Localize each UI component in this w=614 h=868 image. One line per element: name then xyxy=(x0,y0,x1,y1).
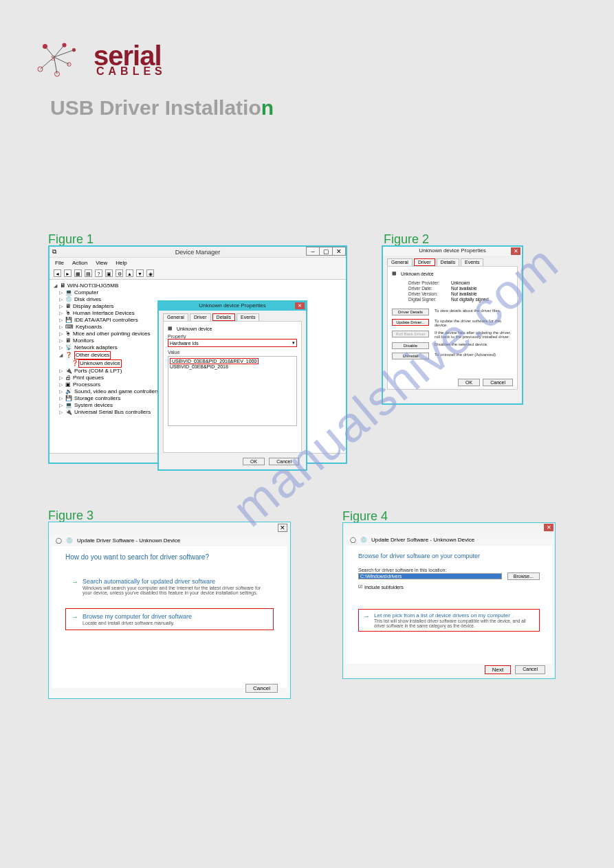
cancel-button[interactable]: Cancel xyxy=(269,458,299,465)
figure-2-label: Figure 2 xyxy=(384,232,429,247)
figure-1-device-manager: ⧉ Device Manager – ▢ ✕ File Action View … xyxy=(48,245,347,464)
tree-item[interactable]: Display adapters xyxy=(73,303,114,310)
close-button[interactable]: ✕ xyxy=(332,247,346,256)
tool-icon[interactable]: ? xyxy=(95,269,102,277)
tree-item[interactable]: Universal Serial Bus controllers xyxy=(74,409,151,416)
tree-item-unknown-device[interactable]: Unknown device xyxy=(78,359,122,368)
property-combo[interactable]: Hardware Ids▾ xyxy=(168,339,297,347)
tab-details[interactable]: Details xyxy=(212,313,235,321)
tree-item[interactable]: System devices xyxy=(74,402,113,409)
cancel-button[interactable]: Cancel xyxy=(515,665,545,674)
minimize-button[interactable]: – xyxy=(306,247,320,256)
disable-button[interactable]: Disable xyxy=(392,342,429,349)
tree-item[interactable]: Monitors xyxy=(73,337,94,344)
tool-icon[interactable]: ▤ xyxy=(85,269,92,277)
close-icon[interactable]: ✕ xyxy=(295,302,305,309)
tree-item[interactable]: Human Interface Devices xyxy=(73,310,135,317)
arrow-icon: → xyxy=(72,613,78,625)
close-icon[interactable]: ✕ xyxy=(544,524,553,531)
tree-item[interactable]: Processors xyxy=(73,381,100,388)
option-auto-search[interactable]: → Search automatically for updated drive… xyxy=(65,573,274,600)
wizard-question: How do you want to search for driver sof… xyxy=(65,553,274,561)
kv-val: Unknown xyxy=(451,280,470,285)
tab-driver[interactable]: Driver xyxy=(190,313,211,321)
menu-file[interactable]: File xyxy=(55,260,64,266)
update-driver-button[interactable]: Update Driver... xyxy=(392,319,429,326)
tool-icon[interactable]: ⚙ xyxy=(116,269,123,277)
path-combo[interactable]: C:\Windows\drivers xyxy=(358,573,502,579)
tree-item-other-devices[interactable]: Other devices xyxy=(74,351,111,359)
value-row[interactable]: USB\VID_03EB&PID_2018 xyxy=(170,364,228,369)
button-desc: Disables the selected device. xyxy=(435,342,513,346)
tree-item[interactable]: Storage controllers xyxy=(74,395,120,402)
close-icon[interactable]: ✕ xyxy=(511,247,520,255)
title-main: USB Driver Installatio xyxy=(50,96,261,119)
tree-item[interactable]: Network adapters xyxy=(74,344,118,351)
dialog-title: Unknown device Properties xyxy=(419,247,485,254)
tree-item[interactable]: Computer xyxy=(74,289,98,296)
maximize-button[interactable]: ▢ xyxy=(319,247,333,256)
title-green: n xyxy=(261,96,274,119)
option-heading: Search automatically for updated driver … xyxy=(83,578,215,585)
menu-view[interactable]: View xyxy=(96,260,107,266)
option-browse[interactable]: → Browse my computer for driver software… xyxy=(65,608,274,630)
option-sub: This list will show installed driver sof… xyxy=(374,619,535,628)
option-heading: Browse my computer for driver software xyxy=(83,613,192,620)
cancel-button[interactable]: Cancel xyxy=(245,684,278,693)
back-icon[interactable]: ◯ xyxy=(56,537,62,544)
figure-2-driver-tab: Unknown device Properties✕ General Drive… xyxy=(382,245,523,405)
brand-line1: serial xyxy=(94,43,166,68)
button-desc: If the device fails after updating the d… xyxy=(435,331,513,339)
tool-icon[interactable]: ▲ xyxy=(126,269,133,277)
menu-help[interactable]: Help xyxy=(116,260,127,266)
button-desc: To uninstall the driver (Advanced). xyxy=(435,353,513,357)
tree-item[interactable]: Mice and other pointing devices xyxy=(73,331,151,337)
unknown-device-properties-dialog: Unknown device Properties✕ General Drive… xyxy=(157,300,307,471)
device-icon: ▦ xyxy=(392,271,397,276)
tab-events[interactable]: Events xyxy=(461,258,483,266)
kv-key: Driver Date: xyxy=(408,286,446,291)
value-row[interactable]: USB\VID_03EB&PID_2018&REV_1000 xyxy=(170,358,259,364)
include-subfolders-checkbox[interactable]: ☑Include subfolders xyxy=(358,584,540,590)
ok-button[interactable]: OK xyxy=(458,379,480,386)
tab-details[interactable]: Details xyxy=(437,258,459,266)
option-pick-from-list[interactable]: → Let me pick from a list of device driv… xyxy=(358,609,540,632)
tool-icon[interactable]: ▼ xyxy=(136,269,144,277)
tab-general[interactable]: General xyxy=(163,313,188,321)
menu-bar: File Action View Help xyxy=(50,258,346,267)
toolbar: ◄ ► ▦ ▤ ? ▣ ⚙ ▲ ▼ ◉ xyxy=(50,267,346,280)
kv-val: Not digitally signed xyxy=(451,297,489,302)
cancel-button[interactable]: Cancel xyxy=(483,379,513,386)
tree-item[interactable]: IDE ATA/ATAPI controllers xyxy=(74,317,138,324)
tool-icon[interactable]: ◉ xyxy=(146,269,154,277)
tool-back-icon[interactable]: ◄ xyxy=(54,269,61,277)
next-button[interactable]: Next xyxy=(485,665,511,674)
tree-item[interactable]: Sound, video and game controllers xyxy=(74,388,160,395)
tree-item[interactable]: Ports (COM & LPT) xyxy=(74,368,122,375)
tree-item[interactable]: Keyboards xyxy=(76,324,102,331)
option-sub: Locate and install driver software manua… xyxy=(83,621,192,625)
ok-button[interactable]: OK xyxy=(243,458,265,465)
menu-action[interactable]: Action xyxy=(72,260,87,266)
tool-icon[interactable]: ▣ xyxy=(105,269,113,277)
tool-icon[interactable]: ▦ xyxy=(74,269,82,277)
driver-details-button[interactable]: Driver Details xyxy=(392,309,429,315)
uninstall-button[interactable]: Uninstall xyxy=(392,353,429,359)
tab-events[interactable]: Events xyxy=(237,313,259,321)
brand-line2: CABLES xyxy=(94,65,166,78)
back-icon[interactable]: ◯ xyxy=(350,537,356,543)
tool-fwd-icon[interactable]: ► xyxy=(64,269,72,277)
kv-val: Not available xyxy=(451,291,477,296)
figure-1-label: Figure 1 xyxy=(48,232,94,247)
close-icon[interactable]: ✕ xyxy=(278,524,287,532)
tab-driver[interactable]: Driver xyxy=(414,258,435,266)
device-label: Unknown device xyxy=(177,326,212,331)
tree-root[interactable]: WIN-NOTI3HJG5MB xyxy=(67,282,118,289)
tree-item[interactable]: Disk drives xyxy=(74,296,101,303)
value-listbox[interactable]: USB\VID_03EB&PID_2018&REV_1000 USB\VID_0… xyxy=(168,356,297,426)
tab-general[interactable]: General xyxy=(387,258,413,266)
tree-item[interactable]: Print queues xyxy=(73,375,104,381)
option-sub: Windows will search your computer and th… xyxy=(83,586,267,595)
dialog-title: Unknown device Properties xyxy=(199,302,265,309)
browse-button[interactable]: Browse... xyxy=(507,572,540,580)
